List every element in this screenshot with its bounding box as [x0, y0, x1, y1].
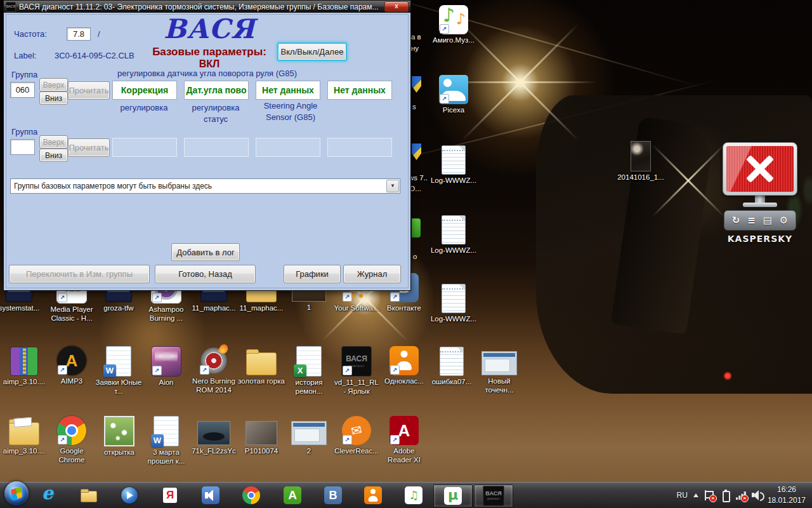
desktop-icon-label: Picexa	[443, 106, 465, 115]
partial-icon-label: D...	[410, 185, 421, 192]
taskbar-amigo-music[interactable]	[403, 485, 424, 506]
taskbar-chrome[interactable]	[240, 485, 262, 506]
sublabel-line: регулировка	[184, 102, 247, 114]
tasks-icon[interactable]: ≡	[747, 216, 756, 225]
group2-down-button[interactable]: Вниз	[39, 149, 68, 162]
partial-green-app-icon	[412, 218, 421, 237]
desktop-icon-одноклас[interactable]: Одноклас...	[381, 346, 428, 386]
taskbar-odnoklassniki[interactable]	[362, 485, 384, 506]
volume-icon[interactable]	[752, 490, 762, 500]
group1-read-button[interactable]: Прочитать	[68, 81, 110, 100]
desktop-icon-label: Adobe Reader XI	[381, 447, 428, 464]
done-back-button[interactable]: Готово, Назад	[155, 265, 256, 283]
desktop-icon-google-chrome[interactable]: Google Chrome	[48, 416, 95, 464]
partial-icon-label: ну	[411, 44, 419, 52]
speaker-cone	[753, 490, 759, 500]
desktop-icon-label: Ashampoo Burning ...	[143, 305, 190, 323]
desktop-icon-log-wwwz[interactable]: Log-WWWZ...	[430, 145, 477, 185]
action-center-flag-icon[interactable]	[704, 490, 714, 500]
start-button[interactable]	[3, 485, 30, 506]
shortcut-arrow-icon	[390, 292, 400, 302]
partial-icon-label: а в	[411, 33, 421, 41]
sublabel-line: Steering Angle	[256, 100, 325, 112]
taskbar-yandex[interactable]	[159, 485, 181, 506]
graphs-button[interactable]: Графики	[284, 265, 341, 283]
kaspersky-widget[interactable]: ↻ ≡ ▤ ⚙ KASPERSKY	[721, 142, 799, 243]
desktop-icon-новый-точечн[interactable]: Новый точечн...	[476, 346, 523, 394]
shortcut-arrow-icon	[58, 435, 67, 444]
photo-car-icon	[197, 421, 230, 445]
desktop-icon-vd-11-11-rl-ярлык[interactable]: vd_11_11_RL - Ярлык	[333, 346, 380, 396]
screenshot-icon	[291, 421, 327, 445]
desktop-icon-aion[interactable]: Aion	[143, 346, 190, 387]
screenshot-icon	[481, 351, 517, 375]
taskbar-volume-app[interactable]	[200, 485, 221, 506]
group2-read-button[interactable]: Прочитать	[68, 138, 110, 157]
journal-button[interactable]: Журнал	[343, 265, 401, 283]
taskbar-internet-explorer[interactable]	[37, 485, 58, 506]
desktop-icon-71k-fl2zsyc[interactable]: 71k_FL2zsYc	[190, 416, 237, 456]
desktop-icon-амиго-муз[interactable]: Амиго.Муз...	[430, 5, 477, 45]
desktop-icon-ошибка07[interactable]: ошибка07...	[428, 346, 475, 387]
group1-down-button[interactable]: Вниз	[39, 91, 68, 105]
language-indicator[interactable]: RU	[677, 491, 688, 500]
kaspersky-monitor-base	[743, 203, 777, 207]
desktop-icon-adobe-reader-xi[interactable]: Adobe Reader XI	[381, 416, 428, 464]
desktop-icon-20141016-1[interactable]: 20141016_1...	[617, 141, 664, 182]
worddoc-icon	[106, 346, 131, 377]
desktop-icon-aimp-3-10[interactable]: aimp_3.10....	[1, 416, 48, 456]
switch-to-groups-button[interactable]: Переключить в Изм. группы	[9, 265, 150, 283]
taskbar-windows-explorer[interactable]	[77, 485, 99, 506]
taskbar-amigo[interactable]	[282, 485, 303, 506]
battery-icon[interactable]	[720, 490, 730, 500]
desktop-icon-p1010074[interactable]: P1010074	[238, 416, 285, 456]
group2-field-2	[184, 138, 249, 157]
add-to-log-button[interactable]: Добавить в лог	[171, 243, 240, 261]
desktop-icon-nero-burning-rom-2014[interactable]: Nero Burning ROM 2014	[190, 346, 237, 394]
desktop-icon-3-марта-прошел-к[interactable]: 3 марта прошел к...	[143, 416, 190, 465]
desktop-icon-cleverreac[interactable]: CleverReac...	[333, 416, 380, 456]
taskbar-vasya-diagnost[interactable]: ВАСЯдиагност	[474, 485, 513, 507]
group2-up-button[interactable]: Вверх	[39, 135, 68, 149]
group2-number-field[interactable]	[10, 139, 35, 155]
aion-icon	[151, 346, 181, 377]
desktop-icon-заявки-юные-т[interactable]: Заявки Юные т...	[95, 346, 142, 396]
window-title-bar[interactable]: ВАСЯ ВАСЯ диагност 11.11.2: 03- Электрон…	[4, 1, 410, 13]
desktop-icon-aimp-3-10[interactable]: aimp_3.10....	[1, 346, 48, 387]
window-body: Частота: 7.8 / ВАСЯ Label: 3C0-614-095-C…	[6, 14, 409, 288]
desktop-icon-2[interactable]: 2	[285, 416, 332, 456]
photo-p101-icon	[246, 421, 277, 445]
show-hidden-icons-icon[interactable]	[693, 493, 698, 497]
kaspersky-monitor-icon	[723, 142, 797, 196]
group1-up-button[interactable]: Вверх	[39, 78, 68, 91]
desktop-icon-label: 71k_FL2zsYc	[192, 447, 236, 456]
desktop-icon-picexa[interactable]: Picexa	[430, 75, 477, 115]
group1-number-field[interactable]: 060	[10, 82, 35, 98]
desktop-icon-label: Log-WWWZ...	[431, 246, 476, 255]
taskbar-utorrent[interactable]	[433, 485, 473, 507]
desktop-icon-label: Google Chrome	[48, 447, 95, 464]
desktop-icon-открытка[interactable]: открытка	[96, 416, 143, 457]
worddoc-icon	[154, 416, 179, 446]
taskbar-vkontakte[interactable]	[322, 485, 344, 506]
desktop-icon-label: Вконтакте	[387, 304, 421, 313]
shortcut-arrow-icon	[152, 366, 162, 375]
close-button[interactable]: x	[384, 1, 409, 12]
partial-icon-label: o	[413, 253, 417, 260]
basic-settings-group-dropdown[interactable]: Группы базовых параметров могут быть выб…	[10, 178, 400, 194]
frequency-field[interactable]: 7.8	[67, 27, 91, 41]
gear-icon[interactable]: ⚙	[780, 216, 788, 225]
chevron-down-icon[interactable]: ▼	[386, 180, 399, 192]
desktop-icon-log-wwwz[interactable]: Log-WWWZ...	[430, 283, 477, 324]
taskbar-clock[interactable]: 16:26 18.01.2017	[768, 485, 808, 507]
network-icon[interactable]	[736, 490, 746, 500]
shortcut-arrow-icon	[343, 435, 352, 444]
desktop-icon-label: 11_maphac...	[192, 304, 236, 313]
report-icon[interactable]: ▤	[763, 216, 772, 225]
refresh-icon[interactable]: ↻	[732, 216, 740, 225]
desktop-icon-aimp3[interactable]: AIMP3	[48, 346, 95, 386]
taskbar-media-player[interactable]	[119, 485, 140, 506]
desktop-icon-золотая-горка[interactable]: золотая горка	[238, 346, 285, 386]
desktop-icon-история-ремон[interactable]: история ремон...	[285, 346, 332, 396]
desktop-icon-log-wwwz[interactable]: Log-WWWZ...	[430, 215, 477, 255]
